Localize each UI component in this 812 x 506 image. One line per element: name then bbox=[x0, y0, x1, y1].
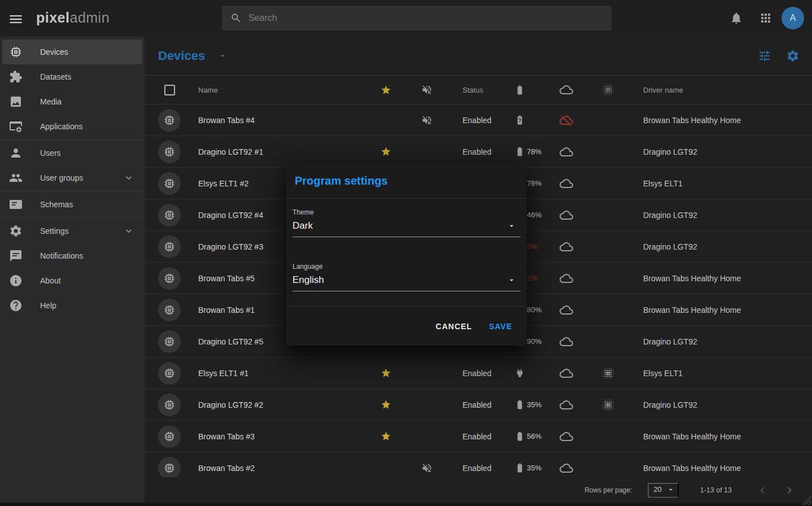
sidebar-item-user-groups[interactable]: User groups bbox=[2, 165, 142, 190]
device-avatar[interactable] bbox=[158, 235, 181, 258]
star-icon[interactable] bbox=[381, 368, 391, 378]
device-table-row[interactable]: Browan Tabs #3 Enabled 56% Browan Tabs H… bbox=[145, 421, 812, 452]
table-settings-button[interactable] bbox=[786, 49, 800, 63]
apps-grid-button[interactable] bbox=[759, 11, 772, 25]
sidebar-item-notifications[interactable]: Notifications bbox=[2, 243, 142, 268]
cloud-icon bbox=[560, 272, 573, 285]
device-avatar[interactable] bbox=[158, 109, 181, 132]
driver-name: Dragino LGT92 bbox=[631, 147, 812, 156]
device-avatar[interactable] bbox=[158, 425, 181, 448]
language-value: English bbox=[293, 274, 324, 286]
star-icon[interactable] bbox=[381, 85, 391, 95]
sidebar-item-label: Datasets bbox=[40, 72, 71, 81]
device-status: Enabled bbox=[450, 464, 508, 473]
volume-off-icon[interactable] bbox=[421, 84, 433, 95]
chip-icon bbox=[163, 209, 176, 221]
battery-cell bbox=[508, 368, 547, 378]
select-all-checkbox[interactable] bbox=[164, 85, 175, 95]
filter-columns-button[interactable] bbox=[758, 49, 771, 63]
device-status: Enabled bbox=[450, 369, 508, 378]
chip-icon bbox=[163, 462, 176, 474]
device-avatar[interactable] bbox=[158, 299, 181, 321]
cloud-icon bbox=[560, 208, 573, 222]
chevron-left-icon bbox=[756, 483, 769, 497]
grain-icon[interactable] bbox=[601, 83, 615, 97]
cloud-icon bbox=[560, 177, 573, 190]
column-header-driver-name[interactable]: Driver name bbox=[631, 86, 812, 94]
previous-page-button[interactable] bbox=[749, 478, 776, 503]
sidebar-item-settings[interactable]: Settings bbox=[2, 219, 142, 243]
driver-name: Dragino LGT92 bbox=[631, 400, 812, 409]
battery-percentage: 35% bbox=[527, 400, 542, 409]
device-name: Dragino LGT92 #1 bbox=[194, 147, 368, 156]
battery-percentage: 5% bbox=[527, 242, 538, 251]
chip-icon bbox=[163, 335, 176, 348]
title-dropdown-caret-icon[interactable] bbox=[217, 51, 228, 61]
sidebar-item-users[interactable]: Users bbox=[2, 141, 142, 165]
chevron-down-icon bbox=[123, 225, 134, 237]
sidebar-item-about[interactable]: About bbox=[2, 268, 142, 293]
driver-name: Browan Tabs Healthy Home bbox=[631, 116, 812, 125]
driver-name: Browan Tabs Healthy Home bbox=[631, 432, 812, 441]
sidebar-item-schemas[interactable]: Schemas bbox=[2, 192, 142, 217]
column-header-status[interactable]: Status bbox=[450, 86, 508, 94]
chip-icon bbox=[163, 241, 176, 253]
star-icon[interactable] bbox=[381, 146, 391, 157]
save-button[interactable]: SAVE bbox=[489, 322, 512, 331]
device-avatar[interactable] bbox=[158, 330, 181, 353]
driver-name: Elsys ELT1 bbox=[631, 369, 812, 378]
sidebar-divider bbox=[0, 191, 145, 191]
info-icon bbox=[9, 274, 23, 287]
device-table-row[interactable]: Dragino LGT92 #1 Enabled 78% Dragino LGT… bbox=[145, 136, 812, 168]
star-icon[interactable] bbox=[381, 431, 391, 442]
device-avatar[interactable] bbox=[158, 204, 181, 226]
star-icon[interactable] bbox=[381, 399, 391, 410]
battery-icon[interactable] bbox=[514, 85, 525, 95]
device-table-row[interactable]: Dragino LGT92 #2 Enabled 35% Dragino LGT… bbox=[145, 389, 812, 421]
sidebar-item-devices[interactable]: Devices bbox=[2, 40, 142, 64]
gear-icon bbox=[786, 49, 800, 63]
language-field: Language English bbox=[293, 263, 521, 291]
device-status: Enabled bbox=[450, 116, 508, 125]
device-avatar[interactable] bbox=[158, 172, 181, 195]
sidebar-item-label: Help bbox=[40, 301, 56, 310]
power-plug-icon bbox=[514, 368, 525, 378]
battery-percentage: 78% bbox=[527, 147, 542, 156]
device-table-row[interactable]: Browan Tabs #2 Enabled 35% Browan Tabs H… bbox=[145, 452, 812, 477]
sidebar-item-label: Schemas bbox=[40, 200, 73, 209]
search-bar[interactable] bbox=[222, 6, 612, 30]
hamburger-menu-button[interactable] bbox=[8, 11, 24, 25]
device-avatar[interactable] bbox=[158, 141, 181, 163]
column-header-name[interactable]: Name bbox=[194, 86, 368, 94]
sidebar-item-media[interactable]: Media bbox=[2, 89, 142, 114]
sidebar-item-applications[interactable]: Applications bbox=[2, 114, 142, 139]
device-name: Browan Tabs #4 bbox=[194, 116, 368, 125]
bell-icon bbox=[730, 11, 743, 25]
theme-label: Theme bbox=[293, 208, 521, 216]
language-select[interactable]: English bbox=[293, 274, 521, 291]
notifications-bell-button[interactable] bbox=[730, 11, 743, 25]
chip-icon bbox=[163, 146, 176, 158]
theme-select[interactable]: Dark bbox=[293, 220, 521, 237]
sidebar-item-datasets[interactable]: Datasets bbox=[2, 64, 142, 89]
device-avatar[interactable] bbox=[158, 267, 181, 290]
cloud-icon[interactable] bbox=[560, 83, 573, 97]
battery-percentage: 35% bbox=[527, 464, 542, 472]
sidebar-item-help[interactable]: Help bbox=[2, 293, 142, 318]
user-avatar[interactable]: A bbox=[782, 7, 804, 29]
battery-percentage: 90% bbox=[527, 337, 542, 346]
cancel-button[interactable]: CANCEL bbox=[436, 322, 472, 331]
next-page-button[interactable] bbox=[776, 478, 803, 503]
cloud-icon bbox=[560, 461, 573, 475]
device-avatar[interactable] bbox=[158, 457, 181, 478]
rows-per-page-select[interactable]: 20 bbox=[648, 483, 678, 498]
device-avatar[interactable] bbox=[158, 362, 181, 385]
device-table-row[interactable]: Browan Tabs #4 Enabled Browan Tabs Healt… bbox=[145, 104, 812, 136]
battery-cell: 78% bbox=[508, 146, 547, 157]
dialog-title: Program settings bbox=[295, 175, 387, 187]
device-status: Enabled bbox=[450, 400, 508, 409]
page-header-actions bbox=[758, 49, 800, 63]
device-avatar[interactable] bbox=[158, 394, 181, 416]
device-table-row[interactable]: Elsys ELT1 #1 Enabled Elsys ELT1 bbox=[145, 357, 812, 389]
search-input[interactable] bbox=[242, 6, 612, 30]
